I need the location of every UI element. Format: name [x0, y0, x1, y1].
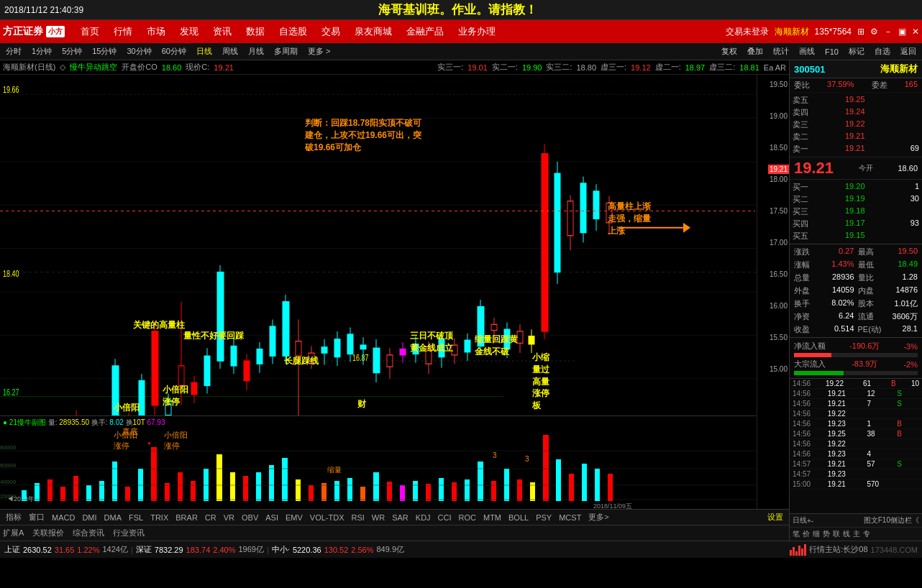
svg-rect-175 — [191, 481, 196, 501]
menu-news[interactable]: 资讯 — [206, 22, 239, 41]
period-more[interactable]: 更多 > — [305, 45, 333, 58]
svg-rect-97 — [360, 345, 366, 349]
tab-sar[interactable]: SAR — [389, 513, 411, 523]
tool-line[interactable]: 线 — [843, 529, 850, 539]
tool-back[interactable]: 返回 — [898, 45, 919, 58]
minimize-icon[interactable]: － — [884, 26, 893, 38]
menu-qysc[interactable]: 泉友商城 — [347, 22, 399, 41]
chart-f10[interactable]: 图文F10 — [864, 515, 890, 525]
watermark: 173448.COM — [871, 546, 918, 554]
menu-quote[interactable]: 行情 — [106, 22, 140, 41]
info-tab-related[interactable]: 关联报价 — [32, 528, 64, 538]
tab-boll[interactable]: BOLL — [506, 513, 531, 523]
period-1m[interactable]: 1分钟 — [29, 45, 55, 58]
menu-market[interactable]: 市场 — [140, 22, 173, 41]
tab-macd[interactable]: MACD — [49, 513, 78, 523]
tab-fsl[interactable]: FSL — [126, 513, 146, 523]
net-inflow-pct: -3% — [903, 342, 918, 351]
svg-rect-178 — [230, 472, 235, 501]
bid3-vol — [890, 206, 919, 217]
info-tab-industry[interactable]: 行业资讯 — [113, 528, 145, 538]
tab-settings[interactable]: 设置 — [764, 511, 786, 523]
period-60m[interactable]: 60分钟 — [159, 45, 189, 58]
tool-special[interactable]: 专 — [863, 529, 870, 539]
tool-trend[interactable]: 势 — [823, 529, 830, 539]
low-item: 最低 18.49 — [857, 259, 920, 271]
period-fen[interactable]: 分时 — [3, 45, 24, 58]
period-multi[interactable]: 多周期 — [271, 45, 301, 58]
tab-window[interactable]: 窗口 — [26, 511, 47, 523]
login-status[interactable]: 交易未登录 — [726, 26, 769, 38]
menu-service[interactable]: 业务办理 — [451, 22, 503, 41]
svg-rect-127 — [491, 324, 497, 330]
high-item: 最高 19.50 — [857, 246, 920, 258]
tab-dmi[interactable]: DMI — [79, 513, 99, 523]
menu-discover[interactable]: 发现 — [173, 22, 206, 41]
menu-trade[interactable]: 交易 — [314, 22, 347, 41]
tab-vr[interactable]: VR — [221, 513, 237, 523]
tool-thin[interactable]: 细 — [813, 529, 820, 539]
close-icon[interactable]: ✕ — [912, 27, 919, 37]
period-15m[interactable]: 15分钟 — [89, 45, 119, 58]
tab-rsi[interactable]: RSI — [349, 513, 368, 523]
current-price-section: 19.21 今开 18.60 — [790, 157, 922, 180]
menu-home[interactable]: 首页 — [73, 22, 106, 41]
svg-rect-201 — [504, 469, 509, 501]
tool-f10[interactable]: F10 — [822, 46, 841, 58]
stock-link[interactable]: 海顺新材 — [775, 26, 809, 38]
svg-rect-183 — [296, 479, 301, 501]
tool-pen[interactable]: 笔 — [793, 529, 800, 539]
tool-mark[interactable]: 标记 — [846, 45, 867, 58]
tool-main[interactable]: 主 — [853, 529, 860, 539]
minus-btn[interactable]: - — [811, 517, 813, 525]
tab-dma[interactable]: DMA — [101, 513, 124, 523]
tab-cci[interactable]: CCI — [435, 513, 455, 523]
tab-psy[interactable]: PSY — [533, 513, 554, 523]
svg-text:40000: 40000 — [0, 479, 17, 485]
tab-brar[interactable]: BRAR — [173, 513, 201, 523]
tool-stat[interactable]: 统计 — [770, 45, 792, 58]
svg-text:3: 3 — [493, 451, 497, 459]
ask-bid-section: 卖五 19.25 卖四 19.24 卖三 19.22 卖二 19.21 卖一 — [790, 93, 922, 157]
svg-rect-177 — [216, 454, 222, 501]
tool-stack[interactable]: 叠加 — [744, 45, 766, 58]
tab-mcst[interactable]: MCST — [556, 513, 584, 523]
slow-bull: 慢牛异动跳空 — [70, 62, 117, 73]
sidebar-btn[interactable]: 侧边栏《 — [890, 515, 919, 525]
layout-icon[interactable]: ⊞ — [857, 27, 864, 37]
menu-finance[interactable]: 金融产品 — [399, 22, 451, 41]
tab-asi[interactable]: ASI — [263, 513, 281, 523]
info-tab-news[interactable]: 综合资讯 — [73, 528, 104, 538]
settings-icon[interactable]: ⚙ — [870, 27, 878, 37]
period-month[interactable]: 月线 — [245, 45, 267, 58]
tool-link[interactable]: 联 — [833, 529, 840, 539]
tab-more[interactable]: 更多> — [585, 511, 611, 523]
tab-kdj[interactable]: KDJ — [413, 513, 434, 523]
period-5m[interactable]: 5分钟 — [59, 45, 85, 58]
tab-cr[interactable]: CR — [202, 513, 219, 523]
day-label-right[interactable]: 日线 — [793, 515, 807, 525]
tool-draw[interactable]: 画线 — [796, 45, 818, 58]
tab-mtm[interactable]: MTM — [480, 513, 504, 523]
ask2-vol — [890, 132, 919, 142]
tab-obv[interactable]: OBV — [239, 513, 261, 523]
tab-wr[interactable]: WR — [369, 513, 388, 523]
sz-vol: 1969亿 — [238, 544, 263, 555]
tab-roc[interactable]: ROC — [456, 513, 479, 523]
tab-indicator[interactable]: 指标 — [3, 511, 24, 523]
tool-price[interactable]: 价 — [803, 529, 810, 539]
tool-watchlist[interactable]: 自选 — [872, 45, 893, 58]
tool-fq[interactable]: 复权 — [718, 45, 740, 58]
tab-voltdx[interactable]: VOL-TDX — [307, 513, 347, 523]
big-order-pct: -2% — [903, 360, 918, 369]
period-week[interactable]: 周线 — [219, 45, 241, 58]
restore-icon[interactable]: ▣ — [898, 27, 906, 37]
info-tab-expand[interactable]: 扩展A — [3, 528, 24, 538]
period-day[interactable]: 日线 — [193, 45, 215, 58]
chart-main[interactable]: 19.66 18.40 16.87 16.27 -14.70 — [0, 75, 757, 509]
menu-data[interactable]: 数据 — [239, 22, 272, 41]
period-30m[interactable]: 30分钟 — [124, 45, 155, 58]
tab-emv[interactable]: EMV — [283, 513, 306, 523]
tab-trix[interactable]: TRIX — [147, 513, 171, 523]
menu-watchlist[interactable]: 自选股 — [272, 22, 314, 41]
